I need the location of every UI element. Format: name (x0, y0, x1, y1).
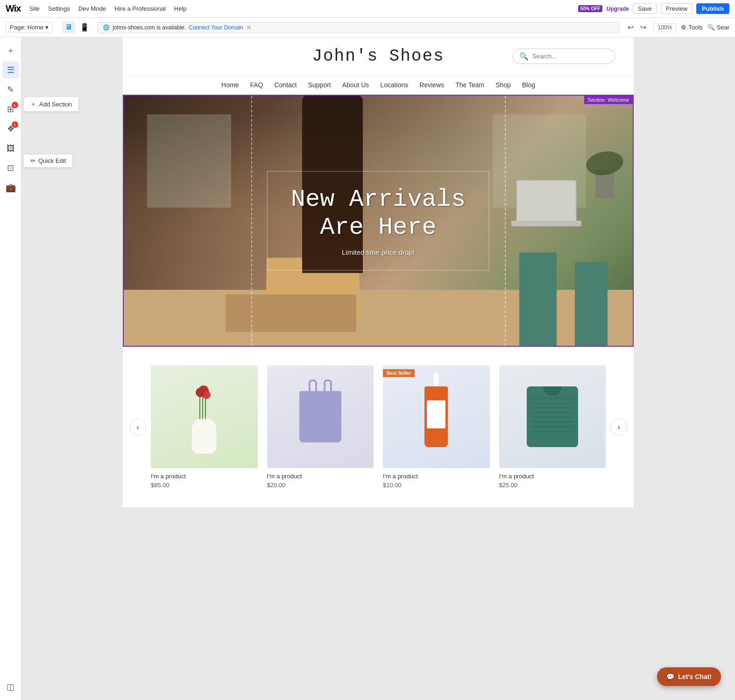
sidebar-media-icon[interactable]: 🖼 (2, 140, 19, 157)
sidebar-blog-icon[interactable]: ✎ (2, 81, 19, 98)
chat-icon: 💬 (666, 673, 674, 680)
dashed-line-left (251, 96, 252, 346)
main-layout: ＋ ☰ ✎ ⊞ 1 ❖ 1 🖼 ⊡ 💼 ◫ ＋ (0, 37, 735, 700)
laptop-screen (516, 180, 577, 222)
product-card-3[interactable]: Best Seller I'm a product $10.00 (383, 365, 490, 489)
nav-settings[interactable]: Settings (48, 5, 70, 12)
blog-icon: ✎ (7, 84, 14, 95)
sidebar-add-icon[interactable]: ＋ (2, 42, 19, 59)
hero-chair1 (519, 252, 557, 346)
product-card-4[interactable]: I'm a product $25.00 (499, 365, 606, 489)
chat-button[interactable]: 💬 Let's Chat! (657, 667, 721, 686)
nav-reviews[interactable]: Reviews (419, 81, 444, 89)
rib3 (530, 407, 574, 408)
sidebar-apps-icon[interactable]: ⊞ 1 (2, 101, 19, 118)
nav-team[interactable]: The Team (455, 81, 484, 89)
website-canvas: John's Shoes 🔍 Home FAQ Contact Support … (123, 37, 634, 507)
laptop-base (511, 221, 581, 226)
connect-domain-link[interactable]: Connect Your Domain (189, 24, 243, 31)
header-right: 🔍 (445, 49, 615, 64)
nav-site[interactable]: Site (29, 5, 39, 12)
nav-contact[interactable]: Contact (274, 81, 297, 89)
quick-edit-button[interactable]: ✏ Quick Edit (23, 154, 73, 168)
second-bar-right: ↩ ↪ 100% ⚙ Tools 🔍 Sear (625, 22, 729, 33)
nav-about[interactable]: About Us (342, 81, 369, 89)
add-section-button[interactable]: ＋ Add Section (23, 97, 79, 112)
rib4 (530, 412, 574, 413)
undo-button[interactable]: ↩ (625, 22, 636, 33)
nav-help[interactable]: Help (174, 5, 187, 12)
globe-icon: 🌐 (103, 24, 110, 31)
desktop-icon[interactable]: 🖥 (62, 21, 75, 33)
product-image-3: Best Seller (383, 365, 490, 468)
zoom-indicator[interactable]: 100% (653, 23, 676, 32)
tote-handle-left (309, 379, 317, 393)
preview-button[interactable]: Preview (661, 3, 693, 14)
page-selector[interactable]: Page: Home ▾ (6, 22, 53, 33)
device-icons: 🖥 📱 (62, 21, 92, 33)
site-header: John's Shoes 🔍 (123, 37, 634, 75)
search-button[interactable]: 🔍 Sear (707, 24, 729, 31)
save-button[interactable]: Save (633, 3, 657, 14)
left-sidebar: ＋ ☰ ✎ ⊞ 1 ❖ 1 🖼 ⊡ 💼 ◫ (0, 37, 21, 700)
product-card-1[interactable]: I'm a product $85.00 (151, 365, 258, 489)
publish-button[interactable]: Publish (696, 3, 729, 14)
rib6 (530, 421, 574, 422)
sidebar-portfolio-icon[interactable]: 💼 (2, 179, 19, 196)
product-price-2: $20.00 (267, 482, 374, 489)
site-search[interactable]: 🔍 (512, 49, 615, 64)
site-title: John's Shoes (312, 47, 444, 66)
nav-locations[interactable]: Locations (380, 81, 408, 89)
nav-blog[interactable]: Blog (522, 81, 535, 89)
product-name-4: I'm a product (499, 473, 606, 480)
nav-faq[interactable]: FAQ (250, 81, 263, 89)
canvas-area: ＋ Add Section ✏ Quick Edit John's Shoes … (21, 37, 735, 700)
product-name-3: I'm a product (383, 473, 490, 480)
product-card-2[interactable]: I'm a product $20.00 (267, 365, 374, 489)
product-image-4 (499, 365, 606, 468)
redo-button[interactable]: ↪ (638, 22, 649, 33)
sidebar-sections-icon[interactable]: ⊡ (2, 160, 19, 176)
plus-icon: ＋ (7, 45, 15, 56)
site-search-input[interactable] (532, 53, 608, 60)
flower-bunch (185, 379, 223, 454)
top-bar: Wix Site Settings Dev Mode Hire a Profes… (0, 0, 735, 18)
layers-icon: ☰ (7, 65, 14, 75)
search-icon: 🔍 (707, 24, 715, 31)
nav-hire[interactable]: Hire a Professional (114, 5, 166, 12)
hero-table (124, 290, 633, 346)
undo-redo: ↩ ↪ (625, 22, 649, 33)
media-icon: 🖼 (7, 144, 15, 154)
rib5 (530, 417, 574, 418)
hero-background: New Arrivals Are Here Limited time price… (124, 96, 633, 346)
domain-bar: 🌐 johns-shoes.com is available. Connect … (98, 22, 620, 33)
tools-button[interactable]: ⚙ Tools (681, 24, 702, 31)
upgrade-button[interactable]: Upgrade (606, 6, 629, 12)
products-section: ‹ (123, 347, 634, 507)
hero-text-box: New Arrivals Are Here Limited time price… (267, 171, 489, 271)
dashed-line-right (505, 96, 506, 346)
stem3 (199, 396, 200, 419)
close-domain-icon[interactable]: ✕ (246, 24, 252, 31)
nav-shop[interactable]: Shop (495, 81, 511, 89)
product-price-4: $25.00 (499, 482, 606, 489)
nav-home[interactable]: Home (221, 81, 239, 89)
nav-devmode[interactable]: Dev Mode (78, 5, 106, 12)
best-seller-badge: Best Seller (383, 369, 415, 377)
tote-handle-right (324, 379, 332, 393)
sweater-neck (543, 386, 562, 396)
prev-arrow[interactable]: ‹ (129, 419, 146, 435)
apps-badge: 1 (12, 102, 18, 108)
serum-dropper (434, 372, 438, 388)
wix-logo: Wix (6, 3, 21, 14)
next-arrow[interactable]: › (610, 419, 627, 435)
sidebar-widgets-icon[interactable]: ❖ 1 (2, 120, 19, 137)
sidebar-layers2-icon[interactable]: ◫ (2, 679, 19, 695)
product-price-3: $10.00 (383, 482, 490, 489)
section-tag: Section: Welcome (584, 96, 633, 104)
tablet-icon[interactable]: 📱 (77, 21, 92, 33)
nav-support[interactable]: Support (308, 81, 331, 89)
rib1 (530, 398, 574, 399)
sidebar-layers-icon[interactable]: ☰ (2, 62, 19, 78)
tools-icon: ⚙ (681, 24, 686, 31)
